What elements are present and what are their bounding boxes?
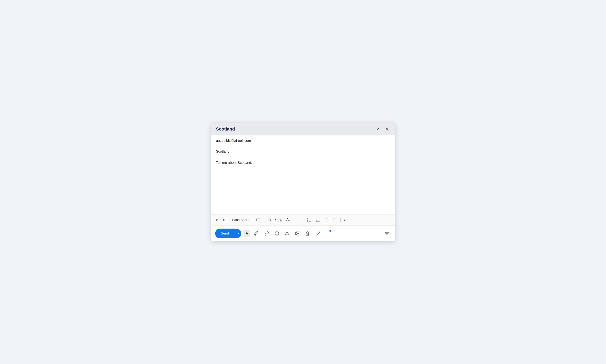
svg-rect-16	[325, 219, 328, 219]
body-value: Tell me about Scotland.	[216, 161, 252, 165]
send-dropdown-arrow: ▾	[237, 232, 239, 235]
compose-window: Scotland gazbuilds@airepli.com Sco	[211, 123, 395, 241]
svg-rect-13	[317, 219, 319, 219]
text-color-arrow: ▾	[289, 219, 290, 221]
photo-icon	[295, 231, 300, 236]
send-button[interactable]: Send	[215, 229, 235, 238]
font-selector[interactable]: Sans Serif ▾	[230, 217, 250, 223]
notification-dot	[329, 230, 331, 232]
svg-rect-17	[326, 220, 328, 220]
font-dropdown-arrow: ▾	[248, 219, 249, 221]
emoji-icon	[275, 231, 279, 236]
indent-decrease-icon	[324, 218, 329, 222]
toolbar-separator-3	[265, 218, 265, 222]
to-field-row[interactable]: gazbuilds@airepli.com	[211, 135, 395, 146]
compose-title: Scotland	[216, 126, 235, 132]
minimize-icon	[366, 127, 370, 131]
svg-rect-0	[367, 129, 369, 129]
send-dropdown-button[interactable]: ▾	[235, 229, 241, 238]
subject-value: Scotland	[216, 150, 229, 154]
redo-icon: ↻	[223, 218, 225, 222]
align-arrow: ▾	[302, 219, 303, 221]
more-formatting-button[interactable]: ▾	[342, 217, 347, 223]
link-button[interactable]	[263, 230, 271, 237]
svg-rect-8	[309, 220, 311, 221]
svg-point-11	[316, 220, 317, 221]
italic-icon: I	[275, 218, 276, 222]
svg-rect-22	[334, 221, 337, 221]
svg-point-12	[316, 221, 317, 222]
indent-increase-icon	[333, 218, 337, 222]
font-size-button[interactable]: TT ▾	[254, 217, 263, 223]
indent-increase-button[interactable]	[331, 217, 339, 223]
confidential-button[interactable]: ▶	[303, 230, 311, 237]
svg-rect-18	[326, 221, 328, 221]
close-button[interactable]	[384, 127, 390, 131]
underline-icon: U	[280, 218, 282, 222]
text-color-button[interactable]: A ▾	[285, 217, 292, 223]
bold-button[interactable]: B	[267, 217, 273, 223]
bullet-list-icon	[316, 218, 320, 222]
restore-icon	[376, 127, 380, 131]
confidential-icon: ▶	[305, 231, 310, 236]
restore-button[interactable]	[375, 127, 381, 131]
svg-point-10	[316, 219, 317, 220]
toolbar-separator-1	[229, 218, 229, 222]
close-icon	[385, 127, 389, 131]
attach-icon	[254, 231, 259, 236]
undo-icon: ↺	[216, 218, 219, 222]
svg-rect-15	[317, 221, 319, 222]
send-button-group: Send ▾	[215, 229, 241, 238]
more-formatting-icon: ▾	[344, 218, 345, 222]
formatting-toolbar: ↺ ↻ Sans Serif ▾ TT ▾ B I U A ▾	[211, 214, 395, 226]
subject-field-row[interactable]: Scotland	[211, 146, 395, 157]
toolbar-separator-5	[340, 218, 341, 222]
italic-button[interactable]: I	[273, 217, 277, 223]
align-button[interactable]: ▾	[295, 217, 304, 223]
redo-button[interactable]: ↻	[221, 217, 227, 223]
svg-point-24	[275, 232, 279, 235]
drive-button[interactable]	[283, 230, 291, 237]
svg-rect-21	[334, 220, 337, 220]
svg-rect-9	[309, 221, 311, 222]
action-bar: Send ▾ A	[211, 226, 395, 241]
drive-icon	[285, 231, 289, 236]
font-size-arrow: ▾	[261, 219, 262, 221]
trash-icon	[385, 231, 389, 236]
text-color-icon: A	[286, 218, 289, 222]
signature-icon	[316, 231, 320, 236]
font-label: Sans Serif	[232, 218, 247, 222]
toolbar-separator-4	[294, 218, 294, 222]
bold-icon: B	[268, 218, 271, 222]
svg-rect-20	[333, 219, 337, 219]
signature-button[interactable]	[314, 230, 322, 237]
undo-button[interactable]: ↺	[214, 217, 220, 223]
formatting-toggle-button[interactable]: A	[244, 230, 250, 237]
attach-button[interactable]	[252, 230, 260, 237]
compose-body: gazbuilds@airepli.com Scotland Tell me a…	[211, 135, 395, 214]
font-size-icon: TT	[256, 218, 260, 222]
indent-decrease-button[interactable]	[322, 217, 330, 223]
compose-header: Scotland	[211, 123, 395, 135]
emoji-button[interactable]	[273, 230, 281, 237]
body-field-row[interactable]: Tell me about Scotland.	[211, 157, 395, 214]
header-controls	[366, 127, 390, 131]
bullet-list-button[interactable]	[314, 217, 322, 223]
to-value: gazbuilds@airepli.com	[216, 139, 251, 143]
svg-rect-1	[298, 219, 301, 219]
svg-text:3: 3	[307, 221, 308, 222]
svg-rect-2	[298, 220, 300, 220]
numbered-list-icon: 1 2 3	[307, 218, 311, 222]
minimize-button[interactable]	[366, 127, 371, 131]
svg-text:▶: ▶	[308, 234, 309, 235]
svg-rect-7	[309, 219, 311, 219]
underline-button[interactable]: U	[278, 217, 284, 223]
photo-button[interactable]	[293, 230, 301, 237]
delete-button[interactable]	[383, 230, 391, 237]
svg-rect-3	[298, 221, 301, 221]
svg-marker-19	[325, 219, 326, 220]
svg-marker-23	[333, 219, 334, 220]
numbered-list-button[interactable]: 1 2 3	[305, 217, 313, 223]
formatting-icon: A	[246, 232, 248, 235]
more-options-button[interactable]: ⋮	[324, 229, 332, 238]
